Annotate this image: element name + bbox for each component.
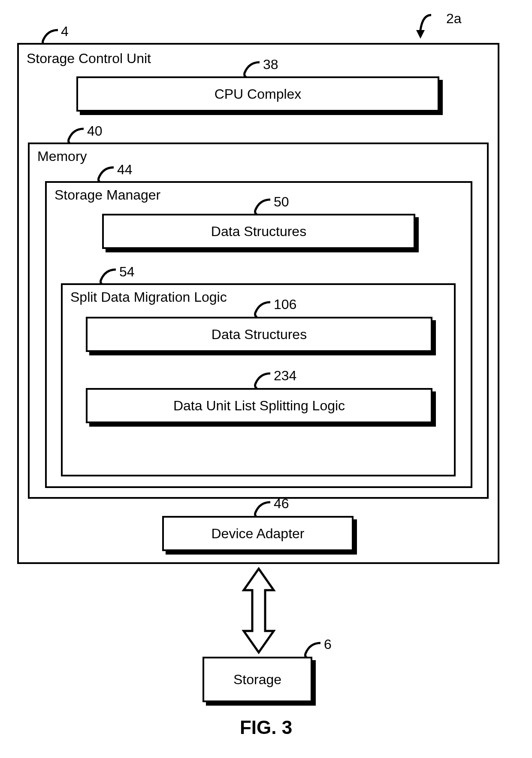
data-structures-2-box: Data Structures [86, 317, 432, 352]
data-unit-list-splitting-box: Data Unit List Splitting Logic [86, 388, 432, 423]
ref-hook-234 [247, 369, 277, 391]
ref-234: 234 [274, 368, 296, 384]
cpu-complex-box: CPU Complex [76, 76, 439, 112]
ref-50: 50 [274, 194, 289, 210]
ref-2a: 2a [446, 11, 462, 27]
memory-label: Memory [37, 149, 87, 164]
ref-6: 6 [324, 637, 332, 652]
ref-46: 46 [274, 496, 289, 512]
figure-caption: FIG. 3 [240, 717, 292, 738]
storage-manager-label: Storage Manager [54, 187, 160, 203]
svg-marker-0 [416, 30, 425, 39]
svg-marker-1 [244, 569, 274, 652]
storage-box: Storage [203, 657, 312, 702]
data-structures-1-label: Data Structures [211, 224, 306, 240]
data-structures-1-box: Data Structures [102, 214, 415, 249]
split-data-migration-logic-label: Split Data Migration Logic [70, 289, 227, 305]
ref-hook-106 [247, 298, 277, 319]
cpu-complex-label: CPU Complex [215, 86, 302, 102]
ref-106: 106 [274, 297, 296, 312]
device-adapter-label: Device Adapter [211, 526, 304, 542]
ref-40: 40 [87, 123, 103, 139]
double-arrow-icon [237, 567, 280, 657]
ref-44: 44 [117, 162, 133, 178]
ref-4: 4 [61, 24, 69, 39]
data-unit-list-splitting-label: Data Unit List Splitting Logic [173, 398, 345, 414]
storage-label: Storage [233, 672, 281, 688]
ref-54: 54 [119, 264, 135, 280]
data-structures-2-label: Data Structures [212, 327, 307, 343]
ref-38: 38 [263, 57, 278, 73]
storage-control-unit-label: Storage Control Unit [27, 51, 151, 67]
ref-arrow-2a [410, 13, 444, 43]
device-adapter-box: Device Adapter [162, 516, 354, 551]
